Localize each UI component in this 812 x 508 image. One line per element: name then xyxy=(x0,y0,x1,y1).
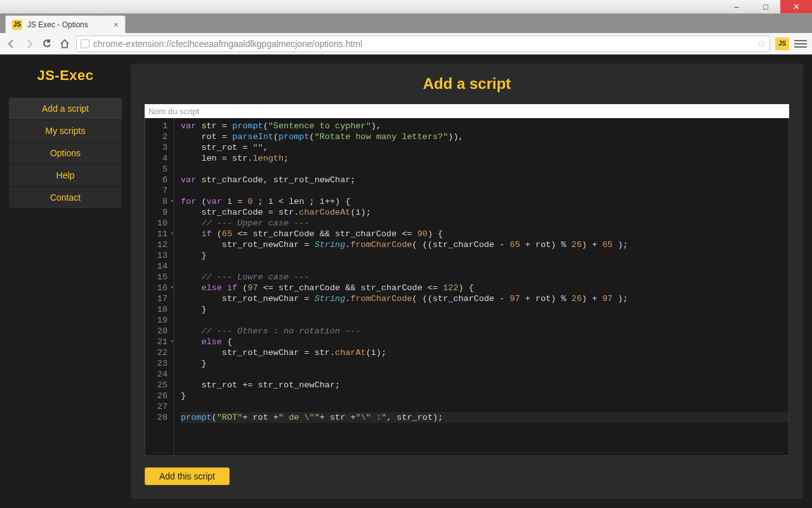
page-icon xyxy=(81,39,89,48)
gutter-line: 1 xyxy=(145,121,167,131)
sidebar-menu: Add a scriptMy scriptsOptionsHelpContact xyxy=(9,98,122,208)
gutter-line: 5 xyxy=(145,164,167,175)
gutter-line: 12 xyxy=(145,239,167,250)
back-button[interactable] xyxy=(5,37,18,50)
gutter-line: 20 xyxy=(145,326,167,337)
code-line[interactable]: len = str.length; xyxy=(181,153,789,164)
gutter-line: 27 xyxy=(145,401,167,412)
code-line[interactable]: } xyxy=(181,304,789,315)
code-line[interactable] xyxy=(181,369,789,380)
browser-menu-button[interactable] xyxy=(794,37,807,50)
gutter-line: 7 xyxy=(145,185,167,196)
editor-gutter: 1234567891011121314151617181920212223242… xyxy=(145,118,174,455)
code-line[interactable] xyxy=(181,401,789,412)
address-bar[interactable]: chrome-extension://cfeclhceeaafmgaaldlkg… xyxy=(76,36,770,52)
code-line[interactable]: else { xyxy=(181,337,789,347)
maximize-icon: □ xyxy=(763,2,768,11)
gutter-line: 2 xyxy=(145,131,167,142)
code-line[interactable]: str_rot += str_rot_newChar; xyxy=(181,380,789,391)
gutter-line: 17 xyxy=(145,293,167,304)
gutter-line: 3 xyxy=(145,142,167,153)
code-line[interactable]: else if (97 <= str_charCode && str_charC… xyxy=(181,283,789,293)
gutter-line: 14 xyxy=(145,261,167,272)
code-line[interactable]: if (65 <= str_charCode && str_charCode <… xyxy=(181,229,789,239)
browser-tabstrip: JS JS Exec - Options × xyxy=(0,14,812,33)
window-minimize-button[interactable]: – xyxy=(722,0,751,13)
extension-badge[interactable]: JS xyxy=(775,37,789,50)
gutter-line: 28 xyxy=(145,412,167,423)
sidebar-item-add-a-script[interactable]: Add a script xyxy=(9,98,122,120)
window-titlebar: – □ ✕ xyxy=(0,0,812,14)
tab-favicon: JS xyxy=(12,20,22,30)
gutter-line: 24 xyxy=(145,369,167,380)
code-line[interactable]: // --- Others : no rotation --- xyxy=(181,326,789,337)
code-line[interactable] xyxy=(181,185,789,196)
reload-button[interactable] xyxy=(41,37,53,50)
add-script-button[interactable]: Add this script xyxy=(145,467,230,485)
code-line[interactable]: // --- Upper case --- xyxy=(181,218,789,229)
code-line[interactable]: // --- Lowre case --- xyxy=(181,272,789,283)
code-line[interactable]: var str_charCode, str_rot_newChar; xyxy=(181,175,789,185)
code-line[interactable]: for (var i = 0 ; i < len ; i++) { xyxy=(181,196,789,207)
code-line[interactable] xyxy=(181,261,789,272)
gutter-line: 23 xyxy=(145,358,167,369)
gutter-line: 6 xyxy=(145,175,167,185)
code-line[interactable]: str_rot = "", xyxy=(181,142,789,153)
page-heading: Add a script xyxy=(145,75,789,93)
sidebar: JS-Exec Add a scriptMy scriptsOptionsHel… xyxy=(0,55,131,508)
gutter-line: 18 xyxy=(145,304,167,315)
code-line[interactable] xyxy=(181,164,789,175)
minimize-icon: – xyxy=(734,2,738,11)
main-panel: Add a script 123456789101112131415161718… xyxy=(131,64,803,499)
window-maximize-button[interactable]: □ xyxy=(751,0,780,13)
browser-tab[interactable]: JS JS Exec - Options × xyxy=(5,15,126,33)
tab-title: JS Exec - Options xyxy=(27,20,108,29)
code-line[interactable]: } xyxy=(181,250,789,261)
code-line[interactable]: str_charCode = str.charCodeAt(i); xyxy=(181,207,789,218)
gutter-line: 4 xyxy=(145,153,167,164)
gutter-line: 10 xyxy=(145,218,167,229)
forward-button[interactable] xyxy=(23,37,36,50)
code-line[interactable]: } xyxy=(181,391,789,401)
sidebar-item-help[interactable]: Help xyxy=(9,164,122,187)
code-line[interactable]: str_rot_newChar = String.fromCharCode( (… xyxy=(181,293,789,304)
sidebar-item-my-scripts[interactable]: My scripts xyxy=(9,120,122,142)
code-editor[interactable]: 1234567891011121314151617181920212223242… xyxy=(145,118,789,456)
editor-code[interactable]: var str = prompt("Sentence to cypher"), … xyxy=(174,118,789,455)
window-close-button[interactable]: ✕ xyxy=(780,0,812,13)
gutter-line: 22 xyxy=(145,347,167,358)
gutter-line: 19 xyxy=(145,315,167,326)
app-logo: JS-Exec xyxy=(9,67,122,84)
code-line[interactable]: var str = prompt("Sentence to cypher"), xyxy=(181,121,789,131)
gutter-line: 8 xyxy=(145,196,167,207)
gutter-line: 21 xyxy=(145,337,167,347)
code-line[interactable]: prompt("ROT"+ rot +" de \""+ str +"\" :"… xyxy=(181,412,789,423)
browser-toolbar: chrome-extension://cfeclhceeaafmgaaldlkg… xyxy=(0,33,812,55)
url-text: chrome-extension://cfeclhceeaafmgaaldlkg… xyxy=(93,39,753,49)
gutter-line: 16 xyxy=(145,283,167,293)
home-button[interactable] xyxy=(58,37,71,50)
gutter-line: 25 xyxy=(145,380,167,391)
gutter-line: 13 xyxy=(145,250,167,261)
gutter-line: 11 xyxy=(145,229,167,239)
script-name-input[interactable] xyxy=(145,104,789,118)
bookmark-star-icon[interactable]: ☆ xyxy=(757,37,766,50)
sidebar-item-contact[interactable]: Contact xyxy=(9,187,122,208)
code-line[interactable] xyxy=(181,315,789,326)
page-viewport: JS-Exec Add a scriptMy scriptsOptionsHel… xyxy=(0,55,812,508)
close-icon: ✕ xyxy=(793,2,800,11)
gutter-line: 15 xyxy=(145,272,167,283)
gutter-line: 9 xyxy=(145,207,167,218)
gutter-line: 26 xyxy=(145,391,167,401)
sidebar-item-options[interactable]: Options xyxy=(9,142,122,164)
code-line[interactable]: str_rot_newChar = str.charAt(i); xyxy=(181,347,789,358)
code-line[interactable]: rot = parseInt(prompt("Rotate how many l… xyxy=(181,131,789,142)
code-line[interactable]: } xyxy=(181,358,789,369)
code-line[interactable]: str_rot_newChar = String.fromCharCode( (… xyxy=(181,239,789,250)
tab-close-button[interactable]: × xyxy=(114,20,119,29)
